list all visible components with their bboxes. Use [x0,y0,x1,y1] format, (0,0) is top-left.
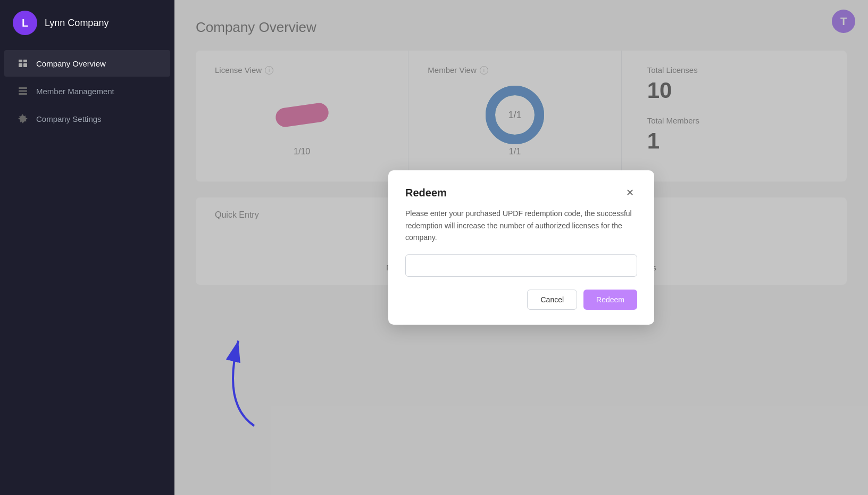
modal-close-button[interactable]: ✕ [622,185,637,200]
sidebar-item-label-member-management: Member Management [36,87,114,96]
svg-rect-0 [19,60,22,62]
member-management-icon [17,85,29,97]
svg-rect-6 [19,93,27,95]
sidebar-nav: Company Overview Member Management Compa… [0,50,174,132]
svg-rect-1 [23,60,27,62]
svg-rect-2 [19,63,22,67]
sidebar: L Lynn Company Company Overview Member M… [0,0,174,495]
modal-body: Please enter your purchased UPDF redempt… [405,208,637,243]
sidebar-item-label-company-settings: Company Settings [36,114,102,123]
sidebar-item-company-settings[interactable]: Company Settings [4,105,170,132]
sidebar-item-member-management[interactable]: Member Management [4,78,170,104]
modal-header: Redeem ✕ [405,185,637,200]
sidebar-item-label-company-overview: Company Overview [36,59,106,68]
cancel-button[interactable]: Cancel [527,290,577,310]
modal-actions: Cancel Redeem [405,290,637,310]
company-overview-icon [17,57,29,69]
modal-overlay[interactable]: Redeem ✕ Please enter your purchased UPD… [174,0,868,495]
arrow-annotation [206,325,270,431]
svg-rect-3 [23,63,27,67]
sidebar-item-company-overview[interactable]: Company Overview [4,50,170,77]
svg-rect-5 [19,90,27,92]
company-avatar: L [13,11,37,35]
redemption-code-input[interactable] [405,254,637,277]
svg-rect-4 [19,87,27,89]
company-settings-icon [17,113,29,125]
modal-title: Redeem [405,187,447,199]
redeem-button[interactable]: Redeem [583,290,637,310]
company-name: Lynn Company [45,18,108,29]
redeem-modal: Redeem ✕ Please enter your purchased UPD… [388,170,654,324]
sidebar-header: L Lynn Company [0,0,174,46]
main-content: T Company Overview License View i 1/10 M… [174,0,868,495]
